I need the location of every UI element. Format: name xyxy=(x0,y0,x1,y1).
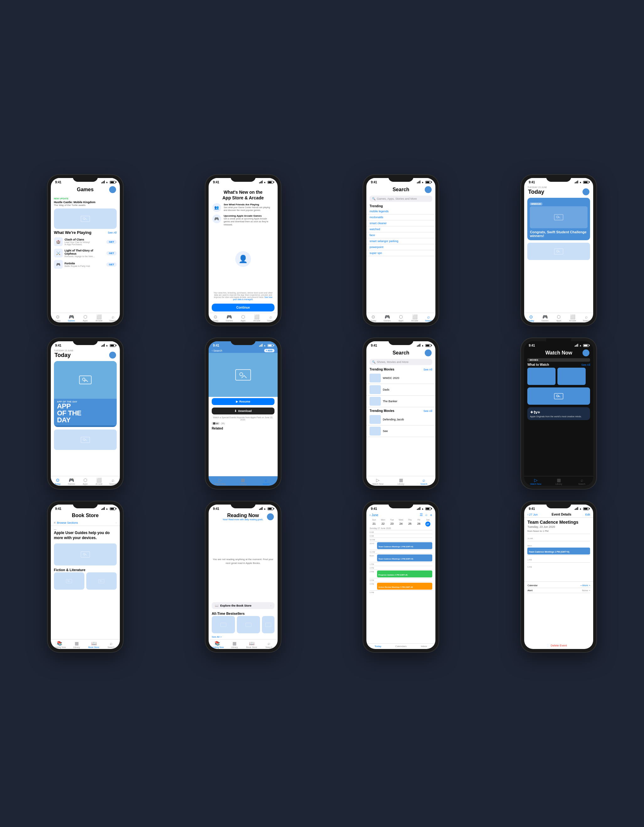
search-bar[interactable]: 🔍 Games, Apps, Stories and More xyxy=(370,196,432,202)
delete-event-button[interactable]: Delete Event xyxy=(524,642,593,649)
app-of-day-card[interactable]: APP OF THE DAY APPOF THEDAY FEATURED GAM… xyxy=(54,361,117,427)
explore-button[interactable]: 📖 Explore the Book Store › xyxy=(212,602,274,609)
tab-library[interactable]: ▦Library xyxy=(548,477,570,485)
avatar[interactable] xyxy=(583,350,590,356)
trending-item[interactable]: watched xyxy=(366,226,436,232)
calendar-value[interactable]: • Work > xyxy=(581,584,590,587)
tab-games[interactable]: 🎮Games xyxy=(538,314,552,322)
tab-watchnow[interactable]: ▷Watch Now xyxy=(366,477,389,485)
event-progress[interactable]: Progress Updates 3 PM (GMT+8) xyxy=(377,571,432,577)
book-card[interactable] xyxy=(54,573,84,590)
tab-calendars[interactable]: Calendars xyxy=(389,645,412,648)
trending-item[interactable]: smart cleaner xyxy=(366,220,436,226)
list-icon[interactable]: ☰ xyxy=(420,513,423,517)
tab-search[interactable]: ⌕Search xyxy=(412,477,436,485)
search-cal-icon[interactable]: ⌕ xyxy=(425,513,428,517)
add-button[interactable]: + ADD xyxy=(264,349,274,352)
avatar[interactable] xyxy=(425,186,432,193)
event-block-noon[interactable]: Team Cadence Meetings 1 PM (GMT+8) xyxy=(527,548,590,554)
tab-games[interactable]: 🎮Games xyxy=(65,477,78,485)
wwdc-card[interactable]: WWDC20 Congrats, Swift Student Challenge… xyxy=(527,198,590,240)
tab-search[interactable]: ⌕Search xyxy=(103,641,120,648)
cal-date-25[interactable]: 25 xyxy=(405,521,414,526)
tab-arcade[interactable]: ⬜Arcade xyxy=(250,314,264,322)
tab-bookstore[interactable]: 📖Book Store xyxy=(85,641,103,648)
manage-link[interactable]: See how your data is managed. xyxy=(233,296,272,301)
bestseller-card[interactable] xyxy=(212,616,235,633)
add-event-icon[interactable]: + xyxy=(430,513,432,517)
tab-today[interactable]: ⊙Today xyxy=(366,314,380,322)
bestseller-card[interactable] xyxy=(237,616,260,633)
see-all-link[interactable]: See All xyxy=(581,363,590,367)
tab-games[interactable]: 🎮Games xyxy=(65,314,78,322)
cal-date-24[interactable]: 24 xyxy=(397,521,406,526)
cal-date-26[interactable]: 26 xyxy=(414,521,423,526)
tab-bookstore[interactable]: 📖Book Store xyxy=(243,641,260,648)
tab-arcade[interactable]: ⬜Arcade xyxy=(408,314,422,322)
get-button[interactable]: GET xyxy=(106,262,117,267)
trending-item[interactable]: powerpoint xyxy=(366,244,436,250)
movie-item[interactable]: WWDC 2020 xyxy=(366,372,436,384)
tab-games[interactable]: 🎮Games xyxy=(380,314,394,322)
tab-search[interactable]: ⌕Search xyxy=(255,477,278,485)
tab-watchnow[interactable]: ▷Watch Now xyxy=(208,477,232,485)
cal-date-22[interactable]: 22 xyxy=(379,521,388,526)
continue-button[interactable]: Continue xyxy=(212,304,274,312)
search-bar[interactable]: 🔍 Shows, Movies and More xyxy=(370,359,432,365)
tab-apps[interactable]: ⬡Apps xyxy=(394,314,408,322)
june-back[interactable]: ‹ June xyxy=(370,513,378,517)
tab-search[interactable]: ⌕Search xyxy=(264,314,278,322)
download-button[interactable]: ⬇ Download xyxy=(212,407,274,414)
tab-games[interactable]: 🎮Games xyxy=(222,314,236,322)
tab-inbox[interactable]: Inbox xyxy=(412,645,436,648)
get-button[interactable]: GET xyxy=(106,240,117,244)
tab-readingnow[interactable]: 📚Reading Now xyxy=(51,641,68,648)
tab-arcade[interactable]: ⬜Arcade xyxy=(92,314,106,322)
trending-item[interactable]: face xyxy=(366,232,436,238)
tab-search[interactable]: ⌕Search xyxy=(579,314,593,322)
see-all-link[interactable]: See All xyxy=(108,231,117,234)
tab-watchnow[interactable]: ▷Watch Now xyxy=(524,477,547,485)
resume-button[interactable]: ▶ Resume xyxy=(212,398,274,405)
tab-search[interactable]: ⌕Search xyxy=(570,477,593,485)
tab-search[interactable]: ⌕Search xyxy=(260,641,278,648)
tab-apps[interactable]: ⬡Apps xyxy=(78,314,92,322)
back-button[interactable]: ‹ 27 Jun xyxy=(527,513,538,516)
browse-sections-row[interactable]: ≡ Browse Sections › xyxy=(51,520,120,526)
cal-date-27-today[interactable]: 27 xyxy=(425,521,430,526)
movie-item[interactable]: Defending Jacob xyxy=(366,414,436,426)
avatar[interactable] xyxy=(109,186,116,193)
tab-library[interactable]: ▦Library xyxy=(68,641,85,648)
tab-apps[interactable]: ⬡Apps xyxy=(78,477,92,485)
tab-search[interactable]: ⌕Search xyxy=(106,477,120,485)
edit-button[interactable]: Edit xyxy=(585,513,590,516)
avatar[interactable] xyxy=(425,350,432,356)
bestseller-card[interactable] xyxy=(262,616,274,633)
trending-item[interactable]: mcdonalds xyxy=(366,214,436,220)
tab-search[interactable]: ⌕Search xyxy=(106,314,120,322)
movie-item[interactable]: See xyxy=(366,426,436,437)
tab-apps[interactable]: ⬡Apps xyxy=(552,314,566,322)
event-action-review[interactable]: Action Review Meetings 5 PM (GMT+8) xyxy=(377,583,432,590)
tab-readingnow[interactable]: 📚Reading Now xyxy=(208,641,226,648)
tab-library[interactable]: ▦Library xyxy=(226,641,243,648)
cal-date-21[interactable]: 21 xyxy=(370,521,379,526)
movie-item[interactable]: The Banker xyxy=(366,396,436,407)
tab-arcade[interactable]: ⬜Arcade xyxy=(92,477,106,485)
book-card[interactable] xyxy=(86,573,117,590)
avatar[interactable] xyxy=(109,352,116,359)
trending-item[interactable]: smart selangor parking xyxy=(366,238,436,244)
tab-library[interactable]: ▦Library xyxy=(389,477,412,485)
movies-chip[interactable]: MOVIES xyxy=(527,358,590,362)
event-team-cadence-2[interactable]: Team Cadence Meetings 1 PM (GMT+8) xyxy=(377,554,432,562)
see-all-link[interactable]: See All > xyxy=(208,635,278,639)
tab-today[interactable]: ⊙Today xyxy=(524,314,538,322)
tab-today[interactable]: ⊙Today xyxy=(51,314,65,322)
alert-value[interactable]: None > xyxy=(582,589,590,592)
see-all-link[interactable]: See All xyxy=(423,409,432,413)
tab-today-cal[interactable]: Today xyxy=(366,645,389,648)
tab-apps[interactable]: ⬡Apps xyxy=(236,314,250,322)
tab-today[interactable]: ⊙Today xyxy=(208,314,222,322)
avatar[interactable] xyxy=(267,513,274,520)
trending-item[interactable]: mobile legends xyxy=(366,209,436,214)
